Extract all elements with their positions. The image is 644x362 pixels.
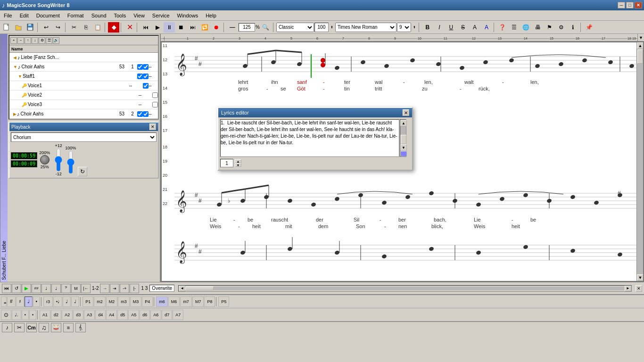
scroll-thumb-v[interactable] <box>637 49 643 64</box>
menu-tools[interactable]: Tools <box>110 10 130 20</box>
track-icon6[interactable]: ☰ <box>46 37 52 44</box>
open-button[interactable] <box>13 22 24 33</box>
menu-format[interactable]: Format <box>64 10 88 20</box>
bt-r3[interactable]: r3 <box>43 296 53 307</box>
bt-P5a[interactable]: P5 <box>218 296 229 307</box>
underline-button[interactable]: U <box>446 22 457 33</box>
bt2-d7[interactable]: d7 <box>162 310 172 320</box>
bt-P4[interactable]: P4 <box>142 296 153 307</box>
bt-note-whole[interactable]: 𝅝 <box>1 296 7 307</box>
track-cb2-2[interactable] <box>143 64 149 70</box>
track-cb1-2[interactable] <box>137 64 143 70</box>
status-icon-8[interactable]: M <box>71 284 81 293</box>
italic-button[interactable]: I <box>434 22 445 33</box>
tool-icon-guitar[interactable]: 𝄠 <box>75 323 86 332</box>
fontsize-dropdown[interactable]: 9 <box>397 23 411 32</box>
menu-sound[interactable]: Sound <box>88 10 110 20</box>
status-icon-11[interactable]: ⇥ <box>110 284 119 293</box>
record-button[interactable]: ⏺ <box>211 22 222 33</box>
track-cb1-3[interactable] <box>137 74 143 79</box>
track-cb2-3[interactable] <box>143 74 149 79</box>
bt2-d4[interactable]: d4 <box>95 310 106 320</box>
bt-note4[interactable]: ♩ <box>71 296 79 307</box>
track-remove-btn[interactable]: − <box>17 37 24 44</box>
status-icon-13[interactable]: |- <box>130 284 139 293</box>
prev-button[interactable]: ⏮ <box>140 22 151 33</box>
size-spin[interactable]: ⬆ <box>329 22 335 33</box>
bt2-A6[interactable]: A6 <box>150 310 161 320</box>
track-config-btn[interactable]: ⚙ <box>39 37 45 44</box>
bt-M3[interactable]: M3 <box>130 296 142 307</box>
pause-button[interactable]: ⏸ <box>164 22 175 33</box>
paste-button[interactable]: 📋 <box>92 22 103 33</box>
info-button[interactable]: ℹ <box>568 22 579 33</box>
copy-button[interactable]: ⎘ <box>80 22 91 33</box>
menu-document[interactable]: Document <box>33 10 64 20</box>
list-button[interactable]: ☰ <box>509 22 520 33</box>
bt2-A2[interactable]: A2 <box>62 310 73 320</box>
status-close-btn[interactable]: ✕ <box>636 285 642 292</box>
status-icon-7[interactable]: 𝄢 <box>61 284 71 293</box>
bt-M2[interactable]: M2 <box>106 296 118 307</box>
bt-m3[interactable]: m3 <box>118 296 130 307</box>
bt-dot1[interactable]: • <box>33 296 41 307</box>
bt-m2[interactable]: m2 <box>94 296 106 307</box>
instrument-select[interactable]: Chorium <box>11 132 157 142</box>
next-button[interactable]: ⏭ <box>187 22 198 33</box>
help-icon-button[interactable]: ❓ <box>497 22 508 33</box>
hscroll-track[interactable] <box>185 287 625 290</box>
lyrics-scroll-track[interactable] <box>400 126 406 135</box>
zoom-minus[interactable]: ─ <box>227 22 238 33</box>
lyrics-close-btn[interactable]: ✕ <box>403 109 409 116</box>
bt2-3[interactable]: • <box>22 310 29 320</box>
speed-knob[interactable] <box>40 155 50 165</box>
track-add-btn[interactable]: + <box>10 37 17 44</box>
status-icon-1[interactable]: ⏮ <box>2 284 11 293</box>
track-cb2-5[interactable] <box>152 92 158 98</box>
diamond-button[interactable]: ◆ <box>108 22 119 33</box>
config-button[interactable]: ⚙ <box>556 22 567 33</box>
zoom-input[interactable]: 125 <box>239 23 255 32</box>
tool-icon-drum[interactable]: 🥁 <box>51 323 61 332</box>
status-scrollbar[interactable]: ◄ ► <box>178 285 632 292</box>
cut-button[interactable]: ✂ <box>68 22 80 33</box>
fontsize-spin[interactable]: ⬆ <box>412 22 417 33</box>
tool-icon-staff[interactable]: ≡ <box>63 323 74 332</box>
vol-slider[interactable] <box>54 148 63 172</box>
schubert-tab[interactable]: Schubert F... Liebe <box>0 34 8 282</box>
lyrics-verse-down[interactable]: ▼ <box>235 163 241 167</box>
web-button[interactable]: 🌐 <box>520 22 532 33</box>
track-row-7[interactable]: ▶ ♪ Choir Aahs 53 2 -- <box>9 109 158 119</box>
tool-icon-cm[interactable]: Cm <box>26 323 37 332</box>
bt-m6[interactable]: m6 <box>156 296 168 307</box>
lyrics-textarea[interactable]: 1. Lie-be rauscht der Sil-ber-bach, Lie-… <box>220 119 399 157</box>
printer-button[interactable]: 🖶 <box>532 22 544 33</box>
flag-button[interactable]: ⚑ <box>544 22 555 33</box>
bt-M6[interactable]: M6 <box>168 296 180 307</box>
bt-P1[interactable]: P1 <box>83 296 93 307</box>
track-cb2-6[interactable] <box>152 102 158 107</box>
track-row-1[interactable]: ◄ ♪ Liebe [Fanz Sch... <box>9 53 158 62</box>
bt-sharp[interactable]: # <box>7 296 16 307</box>
track-up-btn[interactable]: ↑ <box>25 37 31 44</box>
close-button[interactable]: ✕ <box>635 2 642 8</box>
menu-windows[interactable]: Windows <box>173 10 202 20</box>
menu-file[interactable]: File <box>0 10 16 20</box>
playback-close-btn[interactable]: ✕ <box>149 123 156 130</box>
scroll-down-btn[interactable]: ▼ <box>637 274 643 281</box>
new-button[interactable] <box>1 22 12 33</box>
tool-icon-2[interactable]: ✂ <box>14 323 25 332</box>
scroll-up-btn[interactable]: ▲ <box>637 42 643 49</box>
bt-note2[interactable]: ♩ <box>25 296 33 307</box>
bt-dot2[interactable]: •♩ <box>53 296 62 307</box>
bt2-1[interactable]: ⊙ <box>1 310 11 320</box>
track-down-btn[interactable]: ↓ <box>32 37 38 44</box>
status-icon-4[interactable]: ## <box>32 284 41 293</box>
zoom-search[interactable]: 🔍 <box>260 22 272 33</box>
hscroll-right-btn[interactable]: ► <box>625 286 631 291</box>
bt-P8[interactable]: P8 <box>204 296 215 307</box>
lyrics-scroll-up[interactable]: ▲ <box>400 120 407 126</box>
menu-edit[interactable]: Edit <box>16 10 33 20</box>
stop-button[interactable]: ✕ <box>124 22 135 33</box>
ruler-collapse-btn[interactable]: ▼ <box>637 34 644 41</box>
